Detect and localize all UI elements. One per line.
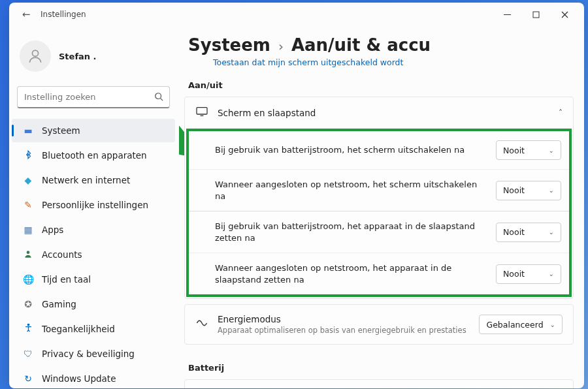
sidebar-item-label: Privacy & beveiliging	[42, 349, 135, 359]
network-icon: ◆	[22, 175, 34, 185]
dropdown-plugged-screen[interactable]: Nooit ⌄	[496, 181, 561, 200]
svg-line-6	[161, 99, 163, 101]
sidebar-item-label: Bluetooth en apparaten	[42, 150, 147, 161]
svg-point-7	[27, 251, 30, 254]
svg-point-4	[32, 50, 38, 56]
sidebar-item-toegankelijkheid[interactable]: Toegankelijkheid	[12, 317, 175, 341]
setting-row-battery-sleep: Bij gebruik van batterijstroom, het appa…	[189, 211, 569, 253]
avatar	[20, 40, 51, 72]
chevron-right-icon: ›	[278, 39, 284, 54]
chevron-down-icon: ⌄	[549, 228, 554, 236]
setting-row-battery-screen: Bij gebruik van batterijstroom, het sche…	[189, 131, 569, 169]
sidebar-item-label: Systeem	[42, 125, 80, 136]
screen-sleep-header[interactable]: Scherm en slaapstand ˄	[185, 97, 573, 129]
sidebar-item-tijd[interactable]: 🌐 Tijd en taal	[12, 268, 175, 291]
screen-sleep-icon	[195, 106, 211, 119]
search-icon	[154, 92, 163, 103]
minimize-button[interactable]	[493, 5, 521, 24]
breadcrumb-current: Aan/uit & accu	[291, 35, 431, 55]
desktop-icon: ▬	[22, 125, 34, 136]
sidebar-item-accounts[interactable]: Accounts	[12, 243, 175, 266]
card-subtitle: Apparaat optimaliseren op basis van ener…	[218, 326, 479, 335]
sidebar: Stefan . ▬ Systeem Bluetooth en apparate…	[9, 26, 179, 388]
apps-icon: ▦	[22, 225, 34, 235]
search-input[interactable]	[17, 86, 170, 108]
settings-window: ← Instellingen Stefan .	[9, 3, 584, 388]
chevron-down-icon: ⌄	[549, 187, 554, 194]
dropdown-value: Nooit	[503, 185, 525, 195]
bluetooth-icon	[22, 150, 34, 161]
sidebar-item-label: Gaming	[42, 299, 76, 309]
sidebar-item-privacy[interactable]: 🛡 Privacy & beveiliging	[12, 342, 175, 366]
svg-rect-1	[533, 12, 539, 18]
section-label-battery: Batterij	[184, 350, 574, 379]
setting-row-plugged-sleep: Wanneer aangesloten op netstroom, het ap…	[189, 253, 569, 294]
chevron-up-icon: ˄	[559, 108, 563, 117]
energy-icon	[195, 318, 211, 331]
setting-label: Wanneer aangesloten op netstroom, het sc…	[215, 179, 496, 202]
sidebar-item-label: Windows Update	[42, 373, 116, 384]
dropdown-plugged-sleep[interactable]: Nooit ⌄	[496, 264, 561, 284]
dropdown-battery-screen[interactable]: Nooit ⌄	[496, 140, 561, 160]
sidebar-item-label: Persoonlijke instellingen	[42, 200, 148, 210]
dropdown-value: Nooit	[503, 146, 525, 155]
sidebar-item-label: Toegankelijkheid	[42, 324, 115, 334]
setting-label: Bij gebruik van batterijstroom, het sche…	[215, 144, 496, 156]
setting-label: Bij gebruik van batterijstroom, het appa…	[215, 221, 496, 243]
shield-icon: 🛡	[22, 349, 34, 359]
sidebar-item-personalisatie[interactable]: ✎ Persoonlijke instellingen	[12, 193, 175, 217]
sidebar-item-systeem[interactable]: ▬ Systeem	[12, 119, 175, 142]
dropdown-energy-mode[interactable]: Gebalanceerd ⌄	[479, 315, 563, 334]
user-icon	[22, 249, 34, 260]
highlighted-settings-group: Bij gebruik van batterijstroom, het sche…	[186, 129, 572, 297]
sidebar-item-bluetooth[interactable]: Bluetooth en apparaten	[12, 144, 175, 167]
chevron-down-icon: ⌄	[549, 270, 554, 277]
sidebar-item-update[interactable]: ↻ Windows Update	[12, 367, 175, 388]
card-title: Energiemodus	[218, 314, 479, 324]
pencil-icon: ✎	[22, 200, 34, 210]
sidebar-item-label: Apps	[42, 225, 63, 235]
sidebar-item-label: Netwerk en internet	[42, 175, 130, 185]
dropdown-battery-sleep[interactable]: Nooit ⌄	[496, 223, 561, 242]
gaming-icon: ✪	[22, 299, 34, 309]
titlebar: ← Instellingen	[9, 3, 584, 26]
svg-point-8	[27, 324, 29, 326]
battery-saver-card: Batterijbesparing De levensduur van de b…	[184, 379, 574, 388]
update-icon: ↻	[22, 373, 34, 384]
svg-point-5	[155, 93, 161, 99]
sidebar-item-netwerk[interactable]: ◆ Netwerk en internet	[12, 168, 175, 192]
dropdown-value: Gebalanceerd	[486, 320, 543, 330]
energy-mode-row[interactable]: Energiemodus Apparaat optimaliseren op b…	[185, 305, 573, 344]
accessibility-icon	[22, 323, 34, 335]
truncated-setting-row[interactable]: Toestaan dat mijn scherm uitgeschakeld w…	[184, 57, 574, 67]
chevron-down-icon: ⌄	[550, 321, 555, 328]
maximize-button[interactable]	[521, 5, 550, 24]
chevron-down-icon: ⌄	[549, 147, 554, 154]
main-content: Systeem › Aan/uit & accu Toestaan dat mi…	[179, 26, 584, 388]
dropdown-value: Nooit	[503, 227, 525, 237]
energy-mode-card: Energiemodus Apparaat optimaliseren op b…	[184, 304, 574, 345]
setting-row-plugged-screen: Wanneer aangesloten op netstroom, het sc…	[189, 169, 569, 211]
card-title: Scherm en slaapstand	[218, 108, 559, 118]
dropdown-value: Nooit	[503, 269, 525, 279]
breadcrumb-parent[interactable]: Systeem	[188, 35, 270, 55]
sidebar-item-gaming[interactable]: ✪ Gaming	[12, 292, 175, 316]
back-button[interactable]: ←	[14, 8, 38, 20]
breadcrumb: Systeem › Aan/uit & accu	[184, 29, 574, 59]
nav-list: ▬ Systeem Bluetooth en apparaten ◆ Netwe…	[12, 119, 175, 388]
sidebar-item-label: Accounts	[42, 249, 82, 260]
close-button[interactable]	[550, 5, 579, 24]
globe-icon: 🌐	[22, 274, 34, 285]
profile-name: Stefan .	[59, 52, 97, 61]
setting-label: Wanneer aangesloten op netstroom, het ap…	[215, 262, 496, 285]
svg-rect-11	[197, 108, 207, 114]
sidebar-item-label: Tijd en taal	[42, 274, 91, 285]
section-label-power: Aan/uit	[184, 67, 574, 97]
window-title: Instellingen	[41, 10, 86, 19]
profile-block[interactable]: Stefan .	[12, 29, 175, 86]
screen-sleep-card: Scherm en slaapstand ˄ Bij gebruik van b…	[184, 97, 574, 299]
battery-saver-row[interactable]: Batterijbesparing De levensduur van de b…	[185, 380, 573, 388]
sidebar-item-apps[interactable]: ▦ Apps	[12, 218, 175, 241]
